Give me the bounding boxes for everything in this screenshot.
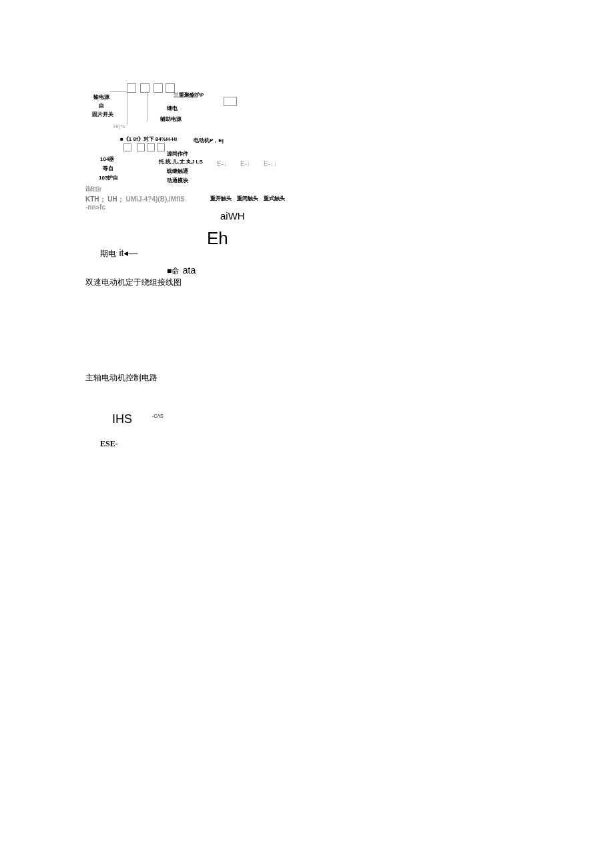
text-cas: -CΛS <box>152 414 164 418</box>
block <box>140 83 149 93</box>
caption-2: 主轴电动机控制电路 <box>85 372 158 384</box>
wire <box>110 91 127 92</box>
caption-1: 双速电动机定于绕组接线图 <box>85 277 182 288</box>
diagram-label: 辅助电源 <box>160 115 182 123</box>
block <box>123 143 131 151</box>
diagram-label: 动通模块 <box>167 177 188 184</box>
block <box>224 97 237 106</box>
contact-symbol: E-↓↓ <box>264 160 277 167</box>
text-qidian-it: 期电 it◂— <box>100 247 137 260</box>
diagram-label: 托.统.儿.丈.丸J LS <box>159 158 203 165</box>
text-eh: Eh <box>207 228 228 249</box>
label-kth-bold: KTH； UH； <box>85 195 124 203</box>
diagram-label: 自 <box>99 102 104 109</box>
wire <box>147 91 147 121</box>
circuit-diagram-upper: 输电源 自 固片开关 三重聚酯护P 继电 辅助电源 Hi(*s ■《1 8f》对… <box>87 77 300 203</box>
text-ese: ESE- <box>100 439 118 449</box>
wire <box>127 91 127 125</box>
block <box>127 83 136 93</box>
text-it-arrow: it◂— <box>119 248 137 258</box>
block <box>154 83 163 93</box>
diagram-label: 线继触通 <box>167 167 188 175</box>
diagram-label: 继电 <box>167 105 178 112</box>
label-nnfc: -nn»fc <box>85 203 105 211</box>
diagram-label: 104器 <box>100 155 114 163</box>
text-ming-prefix: ■命 <box>167 266 180 276</box>
diagram-label: 固片开关 <box>92 111 113 118</box>
block <box>147 143 155 151</box>
label-kth: KTH； UH； UMiJ-4?4)(B),IMfIS <box>85 195 185 204</box>
contact-symbol: E-↓ <box>217 160 227 167</box>
label-cluster3: 重式触头 <box>264 195 285 202</box>
label-imttir: iMttir <box>85 185 101 193</box>
text-ata: ata <box>183 265 196 276</box>
block <box>137 143 145 151</box>
text-qidian: 期电 <box>100 249 116 258</box>
diagram-label: 三重聚酯护P <box>174 91 204 99</box>
diagram-banner: ■《1 8f》对下 84%H-Hi <box>120 135 177 143</box>
label-kth-gray: UMiJ-4?4)(B),IMfIS <box>126 195 185 203</box>
diagram-label: 等自 <box>103 165 113 172</box>
diagram-label: 输电源 <box>93 93 109 101</box>
label-cluster2: 重闭触头 <box>237 195 258 202</box>
diagram-label: 103护自 <box>99 174 118 181</box>
text-aiwh: aiWH <box>220 210 245 222</box>
block <box>157 143 165 151</box>
diagram-label: 源同作件 <box>167 150 188 157</box>
text-ming-ata: ■命 ata <box>167 264 196 277</box>
label-cluster1: 重开触头 <box>210 195 232 202</box>
diagram-label-gray: Hi(*s <box>113 123 125 129</box>
text-ihs: IHS <box>112 412 132 426</box>
contact-symbol: E-↓ <box>240 160 250 167</box>
diagram-label: 电动机P，Ej <box>194 137 224 144</box>
